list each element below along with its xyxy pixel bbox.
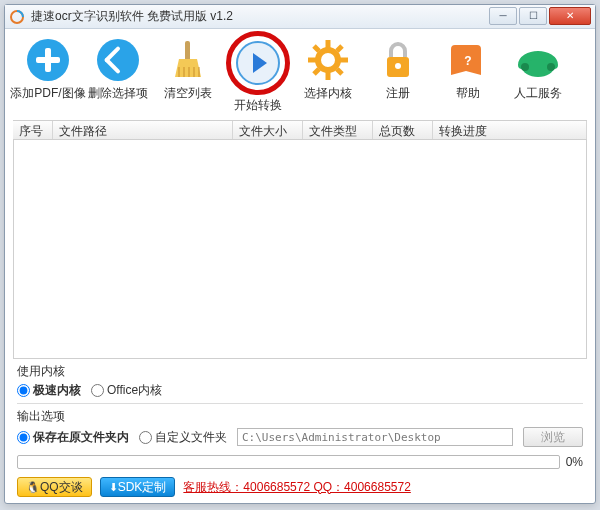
toolbar-label: 选择内核: [304, 85, 352, 102]
help-book-icon: ?: [445, 37, 491, 83]
titlebar: 捷速ocr文字识别软件 免费试用版 v1.2 ─ ☐ ✕: [5, 5, 595, 29]
delete-icon: [95, 37, 141, 83]
svg-point-19: [395, 63, 401, 69]
kernel-fast-radio[interactable]: 极速内核: [17, 382, 81, 399]
clear-list-button[interactable]: 清空列表: [155, 35, 221, 116]
plus-icon: [25, 37, 71, 83]
window-title: 捷速ocr文字识别软件 免费试用版 v1.2: [31, 8, 487, 25]
browse-button[interactable]: 浏览: [523, 427, 583, 447]
window-buttons: ─ ☐ ✕: [487, 7, 591, 27]
svg-point-4: [97, 39, 139, 81]
table-header: 序号 文件路径 文件大小 文件类型 总页数 转换进度: [13, 120, 587, 140]
progress-row: 0%: [17, 455, 583, 469]
svg-rect-7: [185, 41, 190, 61]
svg-point-22: [521, 63, 529, 71]
toolbar-label: 开始转换: [234, 97, 282, 114]
close-button[interactable]: ✕: [549, 7, 591, 25]
sdk-button[interactable]: ⬇SDK定制: [100, 477, 176, 497]
svg-rect-3: [36, 57, 60, 63]
lock-icon: [375, 37, 421, 83]
gear-icon: [305, 37, 351, 83]
phone-icon: [515, 37, 561, 83]
delete-selection-button[interactable]: 删除选择项: [85, 35, 151, 116]
col-seq[interactable]: 序号: [13, 121, 53, 139]
svg-text:?: ?: [464, 54, 471, 68]
progress-bar: [17, 455, 560, 469]
add-pdf-button[interactable]: 添加PDF/图像: [15, 35, 81, 116]
output-title: 输出选项: [17, 408, 583, 425]
col-pages[interactable]: 总页数: [373, 121, 433, 139]
table-body[interactable]: [13, 140, 587, 359]
toolbar-label: 帮助: [456, 85, 480, 102]
minimize-button[interactable]: ─: [489, 7, 517, 25]
svg-line-16: [314, 69, 319, 74]
footer: 🐧QQ交谈 ⬇SDK定制 客服热线：4006685572 QQ：40066855…: [5, 473, 595, 503]
svg-point-9: [318, 50, 338, 70]
col-type[interactable]: 文件类型: [303, 121, 373, 139]
toolbar-label: 添加PDF/图像: [10, 85, 85, 102]
customer-service-button[interactable]: 人工服务: [505, 35, 571, 116]
maximize-button[interactable]: ☐: [519, 7, 547, 25]
toolbar-label: 清空列表: [164, 85, 212, 102]
app-icon: [9, 9, 25, 25]
qq-chat-button[interactable]: 🐧QQ交谈: [17, 477, 92, 497]
output-custom-radio[interactable]: 自定义文件夹: [139, 429, 227, 446]
start-convert-button[interactable]: 开始转换: [225, 35, 291, 116]
output-path-input[interactable]: C:\Users\Administrator\Desktop: [237, 428, 513, 446]
progress-percent: 0%: [566, 455, 583, 469]
col-size[interactable]: 文件大小: [233, 121, 303, 139]
toolbar-label: 删除选择项: [88, 85, 148, 102]
svg-line-15: [337, 69, 342, 74]
output-original-radio[interactable]: 保存在原文件夹内: [17, 429, 129, 446]
svg-line-17: [337, 46, 342, 51]
broom-icon: [165, 37, 211, 83]
kernel-office-radio[interactable]: Office内核: [91, 382, 162, 399]
kernel-title: 使用内核: [17, 363, 583, 380]
select-kernel-button[interactable]: 选择内核: [295, 35, 361, 116]
kernel-section: 使用内核 极速内核 Office内核: [5, 359, 595, 403]
register-button[interactable]: 注册: [365, 35, 431, 116]
col-path[interactable]: 文件路径: [53, 121, 233, 139]
highlight-circle: [226, 31, 290, 95]
help-button[interactable]: ? 帮助: [435, 35, 501, 116]
output-section: 输出选项 保存在原文件夹内 自定义文件夹 C:\Users\Administra…: [5, 404, 595, 451]
toolbar-label: 注册: [386, 85, 410, 102]
play-icon: [235, 40, 281, 86]
toolbar-label: 人工服务: [514, 85, 562, 102]
table-wrap: 序号 文件路径 文件大小 文件类型 总页数 转换进度: [13, 120, 587, 140]
svg-point-23: [547, 63, 555, 71]
svg-line-14: [314, 46, 319, 51]
hotline-link[interactable]: 客服热线：4006685572 QQ：4006685572: [183, 479, 410, 496]
app-window: 捷速ocr文字识别软件 免费试用版 v1.2 ─ ☐ ✕ 添加PDF/图像 删除…: [4, 4, 596, 504]
toolbar: 添加PDF/图像 删除选择项 清空列表 开始转换 选择内核 注册 ? 帮助: [5, 29, 595, 120]
col-progress[interactable]: 转换进度: [433, 121, 587, 139]
